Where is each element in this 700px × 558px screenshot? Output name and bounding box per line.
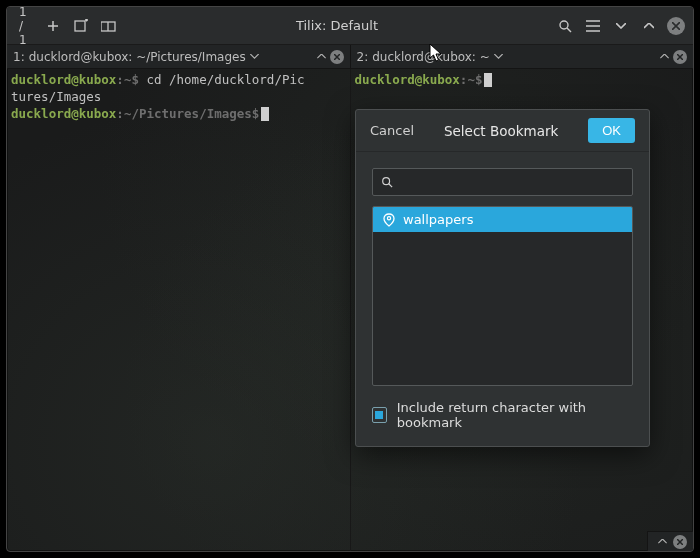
terminal-line: tures/Images [11, 88, 346, 105]
new-window-button[interactable] [71, 16, 91, 36]
close-pane-button[interactable] [673, 535, 687, 549]
chevron-down-icon [616, 23, 626, 29]
close-icon [334, 54, 340, 60]
pane-right-subcontrols [647, 531, 693, 551]
hamburger-icon [586, 20, 600, 32]
svg-rect-0 [75, 21, 85, 31]
chevron-up-icon [644, 23, 654, 29]
pane-tabs: 1: ducklord@kubox: ~/Pictures/Images 2: … [7, 45, 693, 69]
select-bookmark-dialog: Cancel Select Bookmark OK wallpapers [355, 109, 650, 447]
minimize-button[interactable] [611, 16, 631, 36]
titlebar: 1 / 1 Tilix: Default [7, 7, 693, 45]
search-icon [381, 176, 393, 188]
close-icon [677, 54, 683, 60]
checkbox-label: Include return character with bookmark [397, 400, 633, 430]
bookmark-pin-icon [383, 213, 395, 227]
ok-button[interactable]: OK [588, 118, 635, 143]
prompt-path: :~$ [460, 72, 483, 87]
list-item[interactable]: wallpapers [373, 207, 632, 232]
window-title: Tilix: Default [127, 18, 547, 33]
close-icon [677, 539, 683, 545]
tilix-window: 1 / 1 Tilix: Default [6, 6, 694, 552]
terminal-cursor [261, 107, 269, 121]
chevron-up-icon[interactable] [660, 54, 669, 59]
maximize-button[interactable] [639, 16, 659, 36]
search-button[interactable] [555, 16, 575, 36]
split-terminal-button[interactable] [99, 16, 119, 36]
pane-tab-left[interactable]: 1: ducklord@kubox: ~/Pictures/Images [7, 45, 351, 68]
pane-title: ducklord@kubox: ~/Pictures/Images [29, 50, 246, 64]
include-return-row: Include return character with bookmark [372, 400, 633, 430]
hamburger-menu-button[interactable] [583, 16, 603, 36]
pane-title: ducklord@kubox: ~ [372, 50, 490, 64]
prompt-user: ducklord@kubox [355, 72, 460, 87]
pane-index: 1: [13, 50, 25, 64]
search-input[interactable] [401, 175, 624, 189]
chevron-up-icon[interactable] [317, 54, 326, 59]
bookmark-list[interactable]: wallpapers [372, 206, 633, 386]
chevron-down-icon [250, 54, 259, 59]
close-pane-button[interactable] [330, 50, 344, 64]
close-pane-button[interactable] [673, 50, 687, 64]
include-return-checkbox[interactable] [372, 407, 387, 423]
cancel-button[interactable]: Cancel [370, 123, 414, 138]
svg-line-4 [567, 28, 571, 32]
session-counter-text: 1 / 1 [19, 6, 27, 47]
svg-line-6 [389, 184, 392, 187]
chevron-down-icon [494, 54, 503, 59]
pane-index: 2: [357, 50, 369, 64]
dialog-body: wallpapers Include return character with… [356, 152, 649, 446]
svg-point-3 [560, 21, 568, 29]
search-icon [558, 19, 572, 33]
terminal-cursor [484, 73, 492, 87]
add-terminal-button[interactable] [43, 16, 63, 36]
close-icon [672, 22, 680, 30]
prompt-user: ducklord@kubox [11, 72, 116, 87]
list-item-label: wallpapers [403, 212, 473, 227]
terminal-pane-left[interactable]: ducklord@kubox:~$ cd /home/ducklord/Pic … [7, 69, 351, 551]
prompt-path: :~$ [116, 72, 139, 87]
svg-point-5 [383, 178, 390, 185]
prompt-user: ducklord@kubox [11, 106, 116, 121]
svg-point-7 [387, 216, 390, 219]
dialog-title: Select Bookmark [414, 123, 588, 139]
checkbox-checked-icon [375, 411, 383, 419]
terminal-command: cd /home/ducklord/Pic [139, 72, 305, 87]
prompt-path: :~/Pictures/Images$ [116, 106, 259, 121]
close-window-button[interactable] [667, 17, 685, 35]
pane-tab-right[interactable]: 2: ducklord@kubox: ~ [351, 45, 694, 68]
session-counter[interactable]: 1 / 1 [15, 16, 35, 36]
bookmark-search-field[interactable] [372, 168, 633, 196]
chevron-up-icon[interactable] [658, 539, 667, 544]
dialog-header: Cancel Select Bookmark OK [356, 110, 649, 152]
